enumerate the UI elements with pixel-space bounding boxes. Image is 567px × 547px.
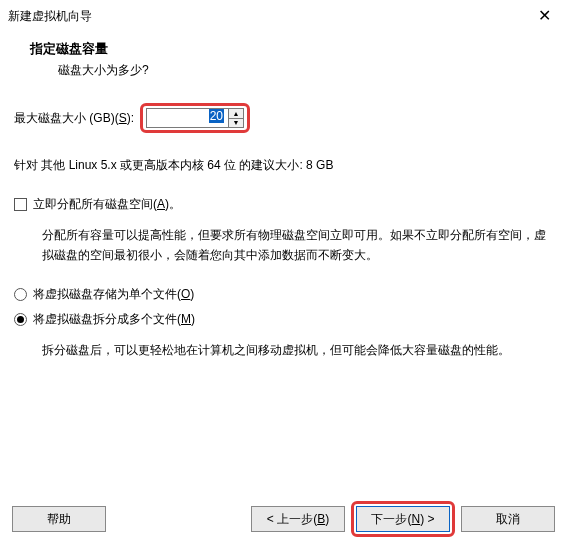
next-button-highlight: 下一步(N) >: [351, 501, 455, 537]
stepper-down-icon[interactable]: ▼: [229, 119, 243, 128]
page-title: 指定磁盘容量: [30, 40, 567, 58]
disk-size-highlight: 20 ▲ ▼: [140, 103, 250, 133]
footer: 帮助 < 上一步(B) 下一步(N) > 取消: [0, 501, 567, 537]
radio-icon[interactable]: [14, 313, 27, 326]
single-file-label: 将虚拟磁盘存储为单个文件(O): [33, 286, 194, 303]
disk-size-row: 最大磁盘大小 (GB)(S): 20 ▲ ▼: [14, 103, 553, 133]
stepper-up-icon[interactable]: ▲: [229, 109, 243, 119]
checkbox-icon[interactable]: [14, 198, 27, 211]
nav-button-group: < 上一步(B) 下一步(N) > 取消: [251, 501, 555, 537]
next-button[interactable]: 下一步(N) >: [356, 506, 450, 532]
disk-size-stepper[interactable]: ▲ ▼: [228, 108, 244, 128]
split-file-label: 将虚拟磁盘拆分成多个文件(M): [33, 311, 195, 328]
window-title: 新建虚拟机向导: [8, 8, 92, 25]
radio-icon[interactable]: [14, 288, 27, 301]
wizard-header: 指定磁盘容量 磁盘大小为多少?: [0, 32, 567, 85]
split-file-radio[interactable]: 将虚拟磁盘拆分成多个文件(M): [14, 311, 553, 328]
single-file-radio[interactable]: 将虚拟磁盘存储为单个文件(O): [14, 286, 553, 303]
split-file-description: 拆分磁盘后，可以更轻松地在计算机之间移动虚拟机，但可能会降低大容量磁盘的性能。: [14, 336, 553, 360]
allocate-now-label: 立即分配所有磁盘空间(A)。: [33, 196, 181, 213]
titlebar: 新建虚拟机向导 ✕: [0, 0, 567, 32]
close-icon[interactable]: ✕: [532, 6, 557, 26]
recommended-size-text: 针对 其他 Linux 5.x 或更高版本内核 64 位 的建议大小: 8 GB: [14, 157, 553, 174]
page-subtitle: 磁盘大小为多少?: [30, 58, 567, 79]
back-button[interactable]: < 上一步(B): [251, 506, 345, 532]
content-area: 最大磁盘大小 (GB)(S): 20 ▲ ▼ 针对 其他 Linux 5.x 或…: [0, 85, 567, 360]
disk-size-input[interactable]: 20: [146, 108, 228, 128]
allocate-now-checkbox-row[interactable]: 立即分配所有磁盘空间(A)。: [14, 196, 553, 213]
cancel-button[interactable]: 取消: [461, 506, 555, 532]
help-button[interactable]: 帮助: [12, 506, 106, 532]
allocate-now-description: 分配所有容量可以提高性能，但要求所有物理磁盘空间立即可用。如果不立即分配所有空间…: [14, 221, 553, 266]
disk-file-radio-group: 将虚拟磁盘存储为单个文件(O) 将虚拟磁盘拆分成多个文件(M) 拆分磁盘后，可以…: [14, 286, 553, 360]
disk-size-label: 最大磁盘大小 (GB)(S):: [14, 110, 134, 127]
